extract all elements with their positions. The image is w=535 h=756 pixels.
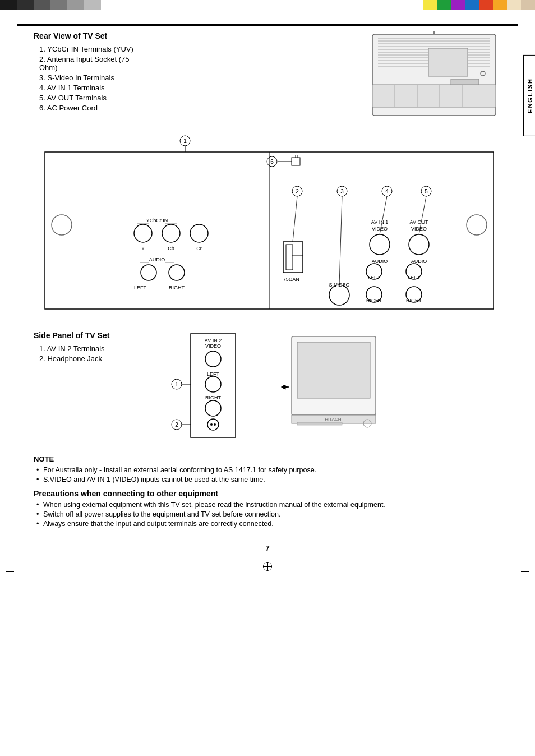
tv-side-illustration: HITACHI xyxy=(280,331,393,443)
language-tab: ENGLISH xyxy=(523,55,535,136)
svg-rect-105 xyxy=(297,422,342,425)
top-bar-left xyxy=(0,0,123,10)
svg-text:HITACHI: HITACHI xyxy=(325,417,342,422)
rear-view-left: Rear View of TV Set 1. YCbCr IN Terminal… xyxy=(34,31,146,121)
precautions-title: Precautions when connecting to other equ… xyxy=(34,489,501,498)
corner-tl xyxy=(6,27,14,35)
side-panel-left: Side Panel of TV Set 1. AV IN 2 Terminal… xyxy=(34,331,146,443)
svg-text:3: 3 xyxy=(340,188,344,195)
color-block-3 xyxy=(34,0,50,10)
color-r4 xyxy=(465,0,479,10)
corner-bl xyxy=(6,564,14,572)
color-r5 xyxy=(479,0,493,10)
side-panel-title: Side Panel of TV Set xyxy=(34,331,146,340)
top-color-bar xyxy=(0,0,535,10)
svg-text:AUDIO: AUDIO xyxy=(149,257,165,262)
svg-rect-14 xyxy=(372,85,496,107)
svg-point-93 xyxy=(210,423,213,426)
svg-text:LEFT: LEFT xyxy=(134,285,147,291)
note-list: For Australia only - Install an external… xyxy=(34,466,501,483)
side-list-item-1: 1. AV IN 2 Terminals xyxy=(39,344,146,353)
precaution-item-1: When using external equipment with this … xyxy=(36,501,501,509)
bottom-crosshair xyxy=(262,561,273,572)
color-r2 xyxy=(437,0,451,10)
side-panel-list: 1. AV IN 2 Terminals 2. Headphone Jack xyxy=(34,344,146,363)
page-wrapper: ENGLISH Rear View of TV Set 1. YCbCr IN … xyxy=(0,10,535,589)
svg-text:AV OUT: AV OUT xyxy=(410,219,428,225)
svg-point-89 xyxy=(205,376,221,392)
rear-view-title: Rear View of TV Set xyxy=(34,31,146,40)
diagram-container: 1 2 3 4 5 6 xyxy=(17,127,518,325)
svg-rect-12 xyxy=(428,48,468,76)
svg-text:VIDEO: VIDEO xyxy=(205,343,221,349)
svg-text:2: 2 xyxy=(175,422,178,428)
svg-text:VIDEO: VIDEO xyxy=(411,226,427,232)
svg-text:1: 1 xyxy=(183,138,187,144)
svg-text:VIDEO: VIDEO xyxy=(372,226,388,232)
side-panel-section: Side Panel of TV Set 1. AV IN 2 Terminal… xyxy=(17,325,518,449)
svg-point-91 xyxy=(205,400,221,416)
side-panel-diagram: AV IN 2 VIDEO LEFT RIGHT xyxy=(157,331,393,443)
list-item-5: 5. AV OUT Terminals xyxy=(39,94,146,102)
svg-text:Y: Y xyxy=(141,246,145,251)
rear-view-right xyxy=(157,31,501,121)
rear-view-section: Rear View of TV Set 1. YCbCr IN Terminal… xyxy=(17,26,518,127)
note-title: NOTE xyxy=(34,455,501,463)
top-bar-center xyxy=(123,0,412,10)
color-r1 xyxy=(423,0,437,10)
svg-text:RIGHT: RIGHT xyxy=(169,285,185,291)
side-list-item-2: 2. Headphone Jack xyxy=(39,354,146,363)
list-item-2: 2. Antenna Input Socket (75 Ohm) xyxy=(39,55,146,72)
color-block-6 xyxy=(84,0,101,10)
svg-text:AV IN 1: AV IN 1 xyxy=(371,219,388,225)
precaution-item-2: Switch off all power supplies to the equ… xyxy=(36,510,501,518)
color-r8 xyxy=(521,0,535,10)
page-number: 7 xyxy=(17,541,518,555)
color-block-2 xyxy=(17,0,34,10)
svg-point-87 xyxy=(205,351,221,367)
list-item-4: 4. AV IN 1 Terminals xyxy=(39,84,146,92)
list-item-3: 3. S-Video In Terminals xyxy=(39,73,146,82)
color-block-5 xyxy=(67,0,84,10)
precaution-item-3: Always ensure that the input and output … xyxy=(36,520,501,528)
color-block-1 xyxy=(0,0,17,10)
crosshair-lines xyxy=(263,562,272,571)
svg-text:RIGHT: RIGHT xyxy=(205,395,222,400)
corner-tr xyxy=(521,27,529,35)
list-item-1: 1. YCbCr IN Terminals (YUV) xyxy=(39,45,146,53)
note-item-2: S.VIDEO and AV IN 1 (VIDEO) inputs canno… xyxy=(36,476,501,483)
rear-view-list: 1. YCbCr IN Terminals (YUV) 2. Antenna I… xyxy=(34,45,146,112)
top-bar-right xyxy=(412,0,535,10)
corner-br xyxy=(521,564,529,572)
precautions-list: When using external equipment with this … xyxy=(34,501,501,528)
svg-text:Cb: Cb xyxy=(168,246,174,251)
side-panel-svg: AV IN 2 VIDEO LEFT RIGHT xyxy=(157,331,269,443)
svg-text:AV IN 2: AV IN 2 xyxy=(205,338,222,343)
tv-rear-illustration xyxy=(367,31,501,121)
svg-text:2: 2 xyxy=(296,188,299,195)
bottom-section xyxy=(17,555,518,578)
svg-text:5: 5 xyxy=(425,188,428,195)
svg-marker-108 xyxy=(283,385,289,389)
svg-point-94 xyxy=(214,423,216,426)
note-item-1: For Australia only - Install an external… xyxy=(36,466,501,474)
list-item-6: 6. AC Power Cord xyxy=(39,104,146,112)
color-r6 xyxy=(493,0,507,10)
svg-text:1: 1 xyxy=(175,381,178,388)
svg-point-92 xyxy=(207,419,219,430)
svg-text:4: 4 xyxy=(385,188,389,195)
note-section: NOTE For Australia only - Install an ext… xyxy=(17,449,518,535)
color-r3 xyxy=(451,0,465,10)
svg-rect-84 xyxy=(191,334,236,437)
svg-rect-102 xyxy=(297,342,370,398)
rear-panel-svg: 1 2 3 4 5 6 xyxy=(28,130,516,320)
svg-text:6: 6 xyxy=(270,159,274,165)
color-r7 xyxy=(507,0,521,10)
color-block-7 xyxy=(101,0,112,10)
svg-text:Cr: Cr xyxy=(196,246,202,251)
color-block-4 xyxy=(50,0,67,10)
main-content: Rear View of TV Set 1. YCbCr IN Terminal… xyxy=(17,24,518,578)
svg-text:75ΩANT: 75ΩANT xyxy=(283,276,303,282)
svg-text:YCbCr IN: YCbCr IN xyxy=(146,218,168,223)
